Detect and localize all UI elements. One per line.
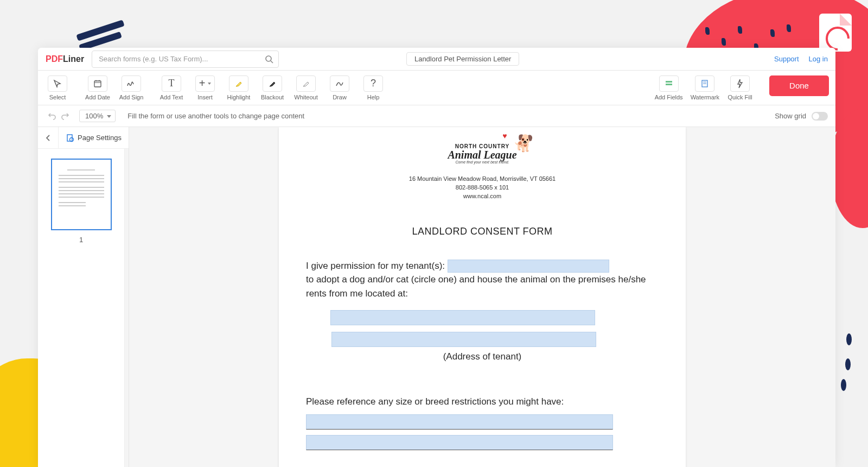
sidebar-scrollbar[interactable]	[124, 149, 129, 467]
org-header: ♥ 🐕 NORTH COUNTRY Animal League Come fin…	[306, 135, 659, 173]
svg-rect-7	[666, 84, 672, 85]
blackout-tool[interactable]: Blackout	[259, 75, 285, 100]
sidebar-header: Page Settings	[38, 127, 129, 149]
editor-body: Page Settings 1	[38, 127, 835, 467]
svg-rect-2	[94, 81, 101, 87]
highlight-label: Highlight	[227, 94, 251, 100]
select-tool-label: Select	[49, 94, 66, 100]
org-address: 16 Mountain View Meadow Road, Morrisvill…	[306, 175, 659, 201]
add-text-label: Add Text	[160, 94, 183, 100]
search-icon[interactable]	[265, 55, 273, 64]
restrictions-field-1[interactable]	[306, 414, 613, 430]
search-input[interactable]	[92, 51, 279, 68]
draw-label: Draw	[333, 94, 347, 100]
main-toolbar: Select Add Date Add Sign T Add Text + In…	[38, 71, 835, 105]
page-settings-button[interactable]: Page Settings	[59, 134, 129, 142]
add-sign-tool[interactable]: Add Sign	[118, 75, 144, 100]
document-page: ♥ 🐕 NORTH COUNTRY Animal League Come fin…	[279, 127, 686, 467]
insert-label: Insert	[197, 94, 213, 100]
quick-fill-tool[interactable]: Quick Fill	[727, 75, 753, 100]
secondary-bar: 100% Fill the form or use another tools …	[38, 105, 835, 127]
zoom-value: 100%	[85, 112, 103, 120]
thumbnail-number: 1	[44, 236, 118, 244]
zoom-dropdown[interactable]: 100%	[79, 110, 116, 122]
watermark-tool[interactable]: Watermark	[691, 75, 719, 100]
org-address-line2: 802-888-5065 x 101	[306, 184, 659, 192]
thumbnails-list: 1	[38, 149, 124, 467]
svg-rect-6	[666, 81, 672, 83]
permission-paragraph: I give permission for my tenant(s): to a…	[306, 259, 659, 301]
add-fields-tool[interactable]: Add Fields	[655, 75, 683, 100]
org-tagline: Come find your next best friend.	[448, 160, 516, 164]
show-grid-label: Show grid	[775, 112, 806, 120]
add-text-tool[interactable]: T Add Text	[158, 75, 184, 100]
permission-prefix: I give permission for my tenant(s):	[306, 261, 448, 271]
app-window: PDFLiner Landlord Pet Permission Letter …	[38, 48, 835, 467]
show-grid-toggle[interactable]	[812, 112, 828, 121]
form-title: LANDLORD CONSENT FORM	[306, 226, 659, 237]
page-settings-icon	[66, 134, 74, 142]
help-tool[interactable]: ? Help	[360, 75, 386, 100]
add-date-label: Add Date	[85, 94, 110, 100]
select-tool[interactable]: Select	[44, 75, 71, 100]
page-thumbnail-1[interactable]	[51, 159, 112, 230]
done-button[interactable]: Done	[769, 75, 829, 96]
thumbnails-sidebar: Page Settings 1	[38, 127, 129, 467]
org-address-line1: 16 Mountain View Meadow Road, Morrisvill…	[306, 175, 659, 184]
help-label: Help	[367, 94, 380, 100]
support-link[interactable]: Support	[774, 55, 799, 63]
hint-text: Fill the form or use another tools to ch…	[127, 112, 304, 120]
whiteout-label: Whiteout	[294, 94, 317, 100]
search-wrapper	[92, 51, 279, 68]
svg-point-0	[266, 56, 271, 61]
watermark-label: Watermark	[691, 94, 719, 100]
logo-part2: Liner	[63, 54, 84, 64]
decor-pdf-icon	[819, 14, 852, 52]
address-field-2[interactable]	[331, 332, 596, 347]
permission-line2: to adopt a dog and/or cat (circle one) a…	[306, 274, 646, 299]
blackout-label: Blackout	[261, 94, 284, 100]
top-bar: PDFLiner Landlord Pet Permission Letter …	[38, 48, 835, 71]
add-sign-label: Add Sign	[119, 94, 144, 100]
login-link[interactable]: Log in	[809, 55, 828, 63]
redo-button[interactable]	[59, 110, 72, 123]
org-name-line2: Animal League	[448, 149, 516, 160]
quick-fill-label: Quick Fill	[727, 94, 752, 100]
logo[interactable]: PDFLiner	[46, 54, 84, 64]
logo-part1: PDF	[46, 54, 63, 64]
tenant-name-field[interactable]	[448, 260, 609, 273]
heart-icon: ♥	[502, 131, 507, 140]
restrictions-label: Please reference any size or breed restr…	[306, 395, 659, 409]
draw-tool[interactable]: Draw	[327, 75, 353, 100]
undo-button[interactable]	[46, 110, 59, 123]
address-field-1[interactable]	[330, 310, 595, 325]
whiteout-tool[interactable]: Whiteout	[293, 75, 319, 100]
insert-tool[interactable]: + Insert	[192, 75, 218, 100]
restrictions-field-2[interactable]	[306, 435, 613, 450]
highlight-tool[interactable]: Highlight	[226, 75, 252, 100]
add-date-tool[interactable]: Add Date	[85, 75, 111, 100]
page-settings-label: Page Settings	[78, 134, 122, 142]
dog-icon: 🐕	[513, 134, 533, 153]
org-address-line3: www.ncal.com	[306, 192, 659, 201]
sidebar-collapse-button[interactable]	[38, 127, 59, 148]
add-fields-label: Add Fields	[655, 94, 683, 100]
top-links: Support Log in	[774, 55, 828, 63]
svg-line-1	[271, 61, 273, 63]
address-of-tenant-label: (Address of tenant)	[306, 351, 659, 362]
document-title: Landlord Pet Permission Letter	[406, 52, 519, 66]
document-canvas[interactable]: ♥ 🐕 NORTH COUNTRY Animal League Come fin…	[129, 127, 835, 467]
